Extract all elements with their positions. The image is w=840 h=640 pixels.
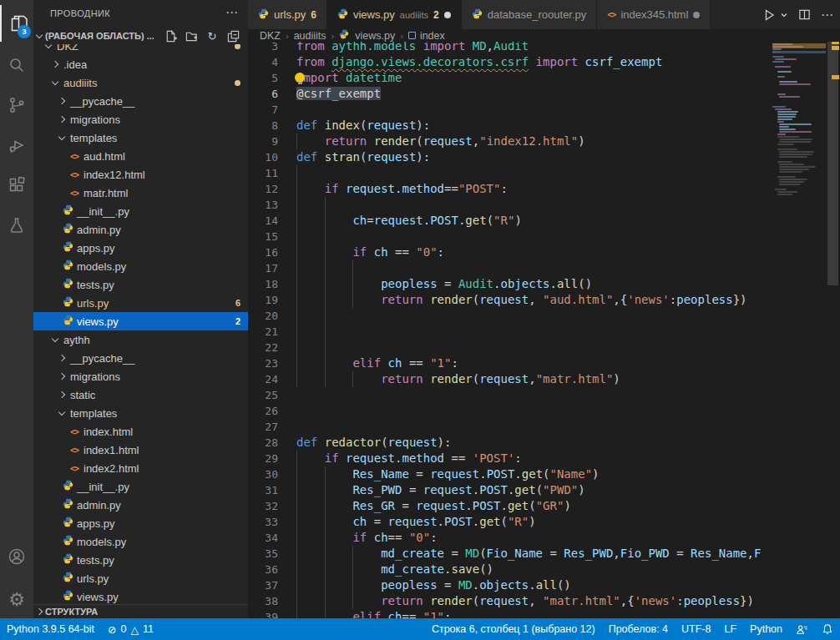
code-line-22[interactable]: 22 (248, 340, 826, 355)
code-line-13[interactable]: 13 (248, 197, 826, 213)
code-line-10[interactable]: 10def stran(request): (248, 149, 826, 165)
code-line-31[interactable]: 31 Res_PWD = request.POST.get("PWD") (248, 482, 826, 498)
line-number[interactable]: 38 (248, 593, 278, 609)
line-number[interactable]: 20 (248, 308, 278, 324)
code-line-18[interactable]: 18 peopless = Audit.objects.all() (248, 276, 826, 292)
code-line-35[interactable]: 35 md_create = MD(Fio_Name = Res_PWD,Fio… (248, 546, 826, 562)
code-line-7[interactable]: 7 (248, 102, 826, 118)
tree-folder-templates[interactable]: templates (33, 404, 248, 422)
tree-folder-__pycache__[interactable]: __pycache__ (33, 349, 248, 367)
tree-file-__init__.py[interactable]: __init__.py (33, 202, 248, 220)
code-line-17[interactable]: 17 (248, 260, 826, 276)
status-cursor-position[interactable]: Строка 6, столбец 1 (выбрано 12) (425, 618, 602, 640)
line-number[interactable]: 28 (248, 435, 278, 451)
tree-folder-.idea[interactable]: .idea (33, 55, 248, 73)
line-number[interactable]: 26 (248, 403, 278, 419)
tree-file-index1.html[interactable]: <>index1.html (33, 441, 248, 459)
explorer-more-icon[interactable]: ⋯ (225, 0, 238, 28)
workspace-section-header[interactable]: (РАБОЧАЯ ОБЛАСТЬ) ... ↻ (33, 28, 248, 44)
code-line-11[interactable]: 11 (248, 165, 826, 181)
tree-file-index2.html[interactable]: <>index2.html (33, 459, 248, 477)
line-number[interactable]: 15 (248, 229, 278, 244)
tree-file-urls.py[interactable]: urls.py (33, 569, 248, 587)
tree-file-models.py[interactable]: models.py (33, 532, 248, 551)
lightbulb-icon[interactable] (295, 73, 305, 83)
line-number[interactable]: 19 (248, 292, 278, 308)
line-number[interactable]: 35 (248, 546, 278, 562)
code-editor[interactable]: 3from aythh.models import MD,Audit4from … (248, 29, 826, 618)
code-line-5[interactable]: 5import datetime (248, 70, 826, 86)
line-number[interactable]: 8 (248, 118, 278, 134)
line-number[interactable]: 29 (248, 451, 278, 466)
tree-folder-static[interactable]: static (33, 386, 248, 404)
line-number[interactable]: 37 (248, 577, 278, 593)
refresh-icon[interactable]: ↻ (205, 29, 219, 43)
tree-folder-__pycache__[interactable]: __pycache__ (33, 92, 248, 110)
tree-file-urls.py[interactable]: urls.py6 (33, 294, 248, 312)
split-editor-icon[interactable] (798, 8, 811, 21)
line-number[interactable]: 32 (248, 498, 278, 514)
code-line-25[interactable]: 25 (248, 387, 826, 403)
breadcrumb[interactable]: DKZ›audiiits›views.py›index (248, 29, 840, 42)
tree-file-aud.html[interactable]: <>aud.html (33, 147, 248, 165)
line-number[interactable]: 36 (248, 562, 278, 577)
code-line-26[interactable]: 26 (248, 403, 826, 419)
line-number[interactable]: 33 (248, 514, 278, 530)
code-line-36[interactable]: 36 md_create.save() (248, 562, 826, 577)
breadcrumb-item-DKZ[interactable]: DKZ (260, 30, 281, 42)
status-python-version[interactable]: Python 3.9.5 64-bit (0, 618, 101, 640)
new-folder-icon[interactable] (185, 29, 198, 43)
line-number[interactable]: 31 (248, 482, 278, 498)
tree-folder-templates[interactable]: templates (33, 129, 248, 147)
dirty-dot-icon[interactable] (693, 12, 700, 18)
run-debug-icon[interactable] (0, 127, 33, 164)
line-number[interactable]: 16 (248, 244, 278, 260)
status-encoding[interactable]: UTF-8 (675, 618, 717, 640)
code-line-38[interactable]: 38 return render(request, "matr.html",{'… (248, 593, 826, 609)
line-number[interactable]: 10 (248, 149, 278, 165)
tree-file-tests.py[interactable]: tests.py (33, 275, 248, 294)
tree-file-index.html[interactable]: <>index.html (33, 422, 248, 441)
tree-file-views.py[interactable]: views.py2 (33, 312, 248, 330)
code-line-28[interactable]: 28def redactor(request): (248, 435, 826, 451)
tree-file-admin.py[interactable]: admin.py (33, 496, 248, 514)
dirty-dot-icon[interactable] (444, 12, 451, 18)
line-number[interactable]: 13 (248, 197, 278, 213)
status-feedback[interactable] (789, 618, 815, 640)
overview-ruler[interactable] (826, 29, 840, 618)
status-eol[interactable]: LF (717, 618, 743, 640)
tree-file-apps.py[interactable]: apps.py (33, 239, 248, 257)
outline-section-header[interactable]: СТРУКТУРА (33, 604, 248, 618)
breadcrumb-item-views.py[interactable]: views.py (355, 30, 395, 42)
tree-file-index12.html[interactable]: <>index12.html (33, 165, 248, 184)
tab-views.py[interactable]: views.pyaudiiits2 (327, 0, 462, 29)
tree-folder-audiiits[interactable]: audiiits (33, 73, 248, 92)
extensions-icon[interactable] (0, 167, 33, 204)
testing-icon[interactable] (0, 207, 33, 244)
line-number[interactable]: 6 (248, 86, 278, 102)
tree-file-views.py[interactable]: views.py (33, 587, 248, 606)
code-line-6[interactable]: 6@csrf_exempt (248, 86, 826, 102)
run-file-icon[interactable] (762, 8, 776, 22)
line-number[interactable]: 23 (248, 355, 278, 371)
code-line-37[interactable]: 37 peopless = MD.objects.all() (248, 577, 826, 593)
collapse-all-icon[interactable] (226, 29, 240, 43)
code-line-19[interactable]: 19 return render(request, "aud.html",{'n… (248, 292, 826, 308)
tab-index345.html[interactable]: <>index345.html (597, 0, 711, 29)
minimap[interactable] (772, 38, 826, 589)
code-line-15[interactable]: 15 (248, 229, 826, 244)
line-number[interactable]: 39 (248, 609, 278, 618)
tree-folder-migrations[interactable]: migrations (33, 367, 248, 386)
tree-folder-migrations[interactable]: migrations (33, 110, 248, 129)
tree-folder-aythh[interactable]: aythh (33, 330, 248, 349)
settings-gear-icon[interactable]: ⚙ (0, 582, 33, 618)
breadcrumb-item-audiiits[interactable]: audiiits (294, 30, 326, 42)
status-problems[interactable]: ⊘0△11 (101, 618, 160, 640)
status-notifications[interactable] (815, 618, 840, 640)
status-indentation[interactable]: Пробелов: 4 (602, 618, 675, 640)
code-line-4[interactable]: 4from django.views.decorators.csrf impor… (248, 54, 826, 70)
code-line-32[interactable]: 32 Res_GR = request.POST.get("GR") (248, 498, 826, 514)
code-line-33[interactable]: 33 ch = request.POST.get("R") (248, 514, 826, 530)
line-number[interactable]: 27 (248, 419, 278, 435)
line-number[interactable]: 18 (248, 276, 278, 292)
